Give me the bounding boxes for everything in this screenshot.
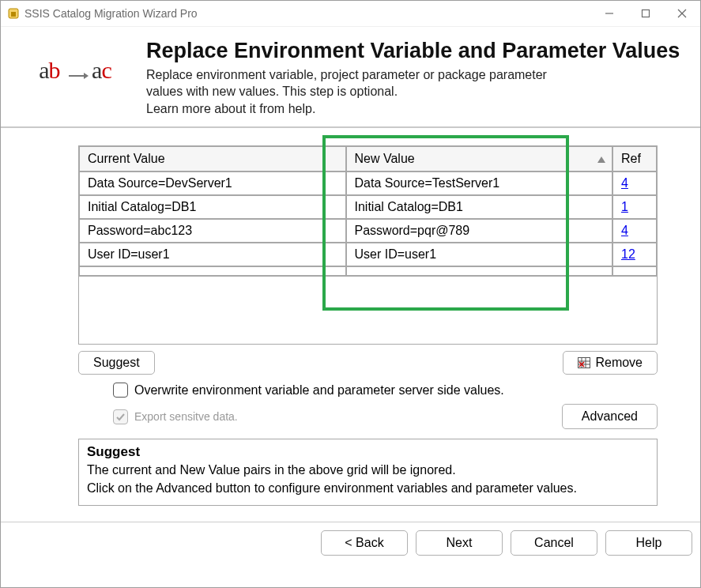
page-description-line1: Replace environment variable, project pa… <box>146 68 547 81</box>
remove-grid-icon <box>578 357 590 368</box>
cell-empty[interactable] <box>612 266 657 276</box>
minimize-button[interactable] <box>591 1 628 26</box>
table-empty-row[interactable] <box>79 266 657 276</box>
minimize-icon <box>605 9 614 18</box>
svg-marker-8 <box>597 156 605 163</box>
content-area: Current Value New Value Ref Data Source=… <box>1 128 700 506</box>
svg-rect-3 <box>643 10 650 17</box>
window-title: SSIS Catalog Migration Wizard Pro <box>24 7 198 20</box>
maximize-button[interactable] <box>628 1 664 26</box>
remove-button-label: Remove <box>595 356 643 370</box>
advanced-button[interactable]: Advanced <box>562 404 658 429</box>
col-ref[interactable]: Ref <box>612 146 657 172</box>
cell-empty[interactable] <box>79 266 346 276</box>
table-row[interactable]: User ID=user1 User ID=user1 12 <box>79 243 657 266</box>
export-sensitive-label: Export sensitve data. <box>134 410 238 423</box>
export-sensitive-checkbox <box>113 409 128 424</box>
cell-current[interactable]: Password=abc123 <box>79 219 346 243</box>
page-description-line2: values with new values. This step is opt… <box>146 85 398 98</box>
wizard-footer: < Back Next Cancel Help <box>1 522 700 556</box>
info-line2: Click on the Advanced button to configur… <box>87 481 577 495</box>
info-line1: The current and New Value pairs in the a… <box>87 463 456 477</box>
page-description-line3: Learn more about it from help. <box>146 102 315 115</box>
suggest-button[interactable]: Suggest <box>78 351 155 375</box>
close-icon <box>677 9 687 18</box>
cell-ref-link[interactable]: 1 <box>612 195 657 219</box>
cell-current[interactable]: Initial Catalog=DB1 <box>79 195 346 219</box>
info-title: Suggest <box>87 444 140 459</box>
cell-empty[interactable] <box>346 266 613 276</box>
wizard-header: ab ac Replace Environment Variable and P… <box>1 27 700 125</box>
cell-current[interactable]: Data Source=DevServer1 <box>79 172 346 195</box>
titlebar: SSIS Catalog Migration Wizard Pro <box>1 1 700 26</box>
cell-ref-link[interactable]: 4 <box>612 219 657 243</box>
export-advanced-row: Export sensitve data. Advanced <box>113 404 658 429</box>
grid-empty-area[interactable] <box>79 276 657 344</box>
col-new-value[interactable]: New Value <box>346 146 613 172</box>
check-icon <box>115 412 126 422</box>
overwrite-checkbox-row: Overwrite environment variable and param… <box>113 383 658 398</box>
grid-header-row: Current Value New Value Ref <box>79 146 657 172</box>
cell-new[interactable]: Initial Catalog=DB1 <box>346 195 613 219</box>
values-grid[interactable]: Current Value New Value Ref Data Source=… <box>78 145 658 345</box>
replace-icon: ab ac <box>20 40 130 117</box>
maximize-icon <box>641 9 650 18</box>
grid-buttons-row: Suggest Remove <box>78 351 658 375</box>
svg-rect-1 <box>11 12 16 17</box>
back-button[interactable]: < Back <box>321 530 408 556</box>
cell-new[interactable]: Password=pqr@789 <box>346 219 613 243</box>
col-current-value[interactable]: Current Value <box>79 146 346 172</box>
table-row[interactable]: Data Source=DevServer1 Data Source=TestS… <box>79 172 657 195</box>
window-controls <box>591 1 700 26</box>
cancel-button[interactable]: Cancel <box>511 530 597 556</box>
cell-ref-link[interactable]: 4 <box>612 172 657 195</box>
app-icon <box>7 7 20 20</box>
table-row[interactable]: Password=abc123 Password=pqr@789 4 <box>79 219 657 243</box>
help-button[interactable]: Help <box>605 530 692 556</box>
cell-current[interactable]: User ID=user1 <box>79 243 346 266</box>
overwrite-checkbox[interactable] <box>113 383 128 398</box>
cell-ref-link[interactable]: 12 <box>612 243 657 266</box>
close-button[interactable] <box>664 1 700 26</box>
titlebar-left: SSIS Catalog Migration Wizard Pro <box>7 7 198 20</box>
page-title: Replace Environment Variable and Paramet… <box>146 40 680 63</box>
cell-new[interactable]: User ID=user1 <box>346 243 613 266</box>
table-row[interactable]: Initial Catalog=DB1 Initial Catalog=DB1 … <box>79 195 657 219</box>
sort-asc-icon <box>597 152 605 166</box>
suggest-info-box: Suggest The current and New Value pairs … <box>78 439 658 506</box>
svg-marker-7 <box>84 73 89 79</box>
next-button[interactable]: Next <box>416 530 503 556</box>
overwrite-label: Overwrite environment variable and param… <box>134 383 504 398</box>
wizard-header-text: Replace Environment Variable and Paramet… <box>146 40 680 117</box>
col-new-value-label: New Value <box>355 152 415 165</box>
remove-button[interactable]: Remove <box>563 351 658 375</box>
app-window: SSIS Catalog Migration Wizard Pro ab ac … <box>0 0 701 588</box>
cell-new[interactable]: Data Source=TestServer1 <box>346 172 613 195</box>
